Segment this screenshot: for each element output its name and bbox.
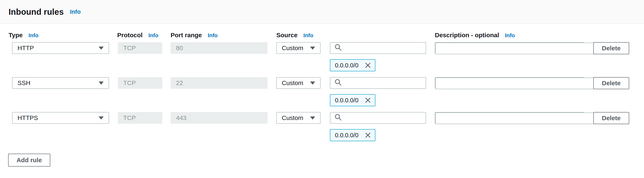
port-range-field: 80 (170, 42, 268, 54)
source-search-input[interactable] (330, 112, 426, 124)
source-search-box (330, 77, 426, 89)
type-select[interactable]: HTTP (12, 42, 109, 54)
source-info-link[interactable]: Info (304, 32, 314, 39)
panel-header: Inbound rules Info (0, 0, 644, 24)
description-info-link[interactable]: Info (505, 32, 515, 39)
remove-chip-icon[interactable] (364, 131, 372, 139)
delete-rule-button[interactable]: Delete (593, 112, 629, 124)
description-column-label: Description - optional (435, 32, 499, 39)
chevron-down-icon (310, 82, 315, 85)
description-input[interactable] (435, 43, 594, 54)
chevron-down-icon (99, 47, 104, 50)
chevron-down-icon (310, 47, 315, 50)
source-search-input[interactable] (330, 77, 426, 89)
chevron-down-icon (310, 116, 315, 120)
column-header-row: Type Info Protocol Info Port range Info … (0, 32, 644, 40)
type-select-value: SSH (18, 80, 30, 87)
source-search-box (330, 42, 426, 54)
chevron-down-icon (99, 116, 104, 120)
source-column-label: Source (276, 32, 298, 39)
column-header-port-range: Port range Info (170, 32, 218, 39)
port-range-value: 443 (176, 114, 186, 121)
description-input-wrap (435, 77, 584, 89)
protocol-column-label: Protocol (117, 32, 143, 39)
type-select-value: HTTPS (18, 114, 38, 121)
add-rule-button[interactable]: Add rule (8, 154, 50, 167)
description-input[interactable] (435, 78, 594, 89)
description-input-wrap (435, 112, 584, 124)
port-range-column-label: Port range (170, 32, 202, 39)
type-info-link[interactable]: Info (28, 32, 38, 39)
source-select-value: Custom (282, 114, 303, 121)
port-range-field: 22 (170, 77, 268, 89)
cidr-chip: 0.0.0.0/0 (330, 94, 376, 106)
source-select[interactable]: Custom (276, 42, 320, 54)
type-column-label: Type (8, 32, 23, 39)
source-search-input[interactable] (330, 42, 426, 54)
protocol-field: TCP (118, 42, 162, 54)
inbound-rules-info-link[interactable]: Info (70, 8, 80, 15)
protocol-field: TCP (118, 112, 162, 124)
port-range-field: 443 (170, 112, 268, 124)
column-header-source: Source Info (276, 32, 313, 39)
source-select-value: Custom (282, 44, 303, 52)
cidr-chip-label: 0.0.0.0/0 (335, 97, 358, 104)
cidr-chip: 0.0.0.0/0 (330, 59, 376, 71)
inbound-rules-panel: Inbound rules Info Type Info Protocol In… (0, 0, 644, 178)
rule-row-ssh: SSH TCP 22 Custom 0.0.0.0/0 Delet (0, 77, 644, 108)
page-title: Inbound rules (8, 7, 64, 17)
column-header-type: Type Info (8, 32, 38, 39)
delete-rule-button[interactable]: Delete (593, 77, 629, 89)
port-range-value: 22 (176, 80, 183, 87)
column-header-protocol: Protocol Info (117, 32, 158, 39)
rule-row-http: HTTP TCP 80 Custom 0.0.0.0/0 Dele (0, 42, 644, 73)
protocol-value: TCP (123, 114, 136, 121)
remove-chip-icon[interactable] (364, 96, 372, 104)
protocol-info-link[interactable]: Info (148, 32, 158, 39)
description-input-wrap (435, 42, 584, 54)
source-select-value: Custom (282, 80, 303, 87)
type-select[interactable]: HTTPS (12, 112, 109, 124)
rule-row-https: HTTPS TCP 443 Custom 0.0.0.0/0 De (0, 112, 644, 143)
source-select[interactable]: Custom (276, 77, 320, 89)
protocol-field: TCP (118, 77, 162, 89)
cidr-chip: 0.0.0.0/0 (330, 129, 376, 141)
description-input[interactable] (435, 112, 594, 124)
column-header-description: Description - optional Info (435, 32, 515, 39)
protocol-value: TCP (123, 80, 136, 87)
type-select[interactable]: SSH (12, 77, 109, 89)
cidr-chip-label: 0.0.0.0/0 (335, 62, 358, 69)
type-select-value: HTTP (18, 44, 34, 52)
protocol-value: TCP (123, 44, 136, 52)
port-range-info-link[interactable]: Info (208, 32, 218, 39)
chevron-down-icon (99, 82, 104, 85)
delete-rule-button[interactable]: Delete (593, 42, 629, 54)
source-select[interactable]: Custom (276, 112, 320, 124)
remove-chip-icon[interactable] (364, 61, 372, 70)
cidr-chip-label: 0.0.0.0/0 (335, 132, 358, 139)
source-search-box (330, 112, 426, 124)
port-range-value: 80 (176, 44, 183, 52)
